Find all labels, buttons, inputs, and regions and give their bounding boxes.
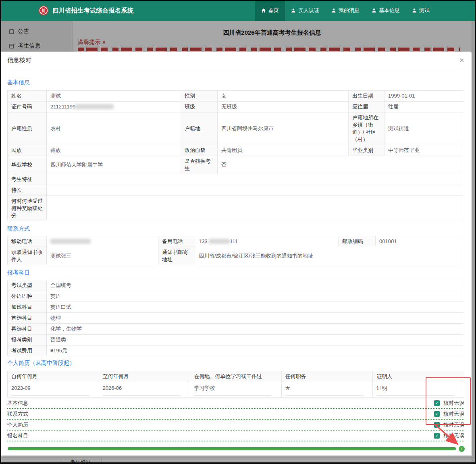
field-label: 证件号码 — [8, 102, 47, 112]
field-label: 外语语种 — [8, 291, 47, 302]
table-row: 加试科目英语口试 — [8, 302, 464, 313]
nav-item-label: 首页 — [268, 7, 279, 14]
backup-phone-prefix: 133. — [199, 238, 209, 244]
verify-section-label: 报名科目 — [7, 432, 28, 439]
verify-check-group: 核对无误 — [434, 432, 464, 439]
window-frame-edge — [0, 0, 476, 1]
modal-title: 信息核对 — [7, 56, 31, 64]
field-label: 考试费用 — [8, 345, 47, 356]
nav-item-my-messages[interactable]: 我的消息 — [325, 0, 366, 21]
field-label: 邮政编码 — [339, 236, 376, 247]
field-value: 女 — [218, 91, 349, 102]
nav-item-label: 实人认证 — [298, 7, 319, 14]
field-value — [47, 196, 464, 221]
table-row: 报考类别普通类 — [8, 335, 464, 345]
close-icon[interactable]: ✕ — [459, 57, 464, 63]
resume-cell: 学习学校 — [190, 382, 282, 398]
field-label: 报考类别 — [8, 335, 47, 345]
user-icon — [372, 8, 376, 13]
verify-check-label: 核对无误 — [443, 421, 464, 429]
field-label: 考试类型 — [8, 280, 47, 291]
resume-value: 学习学校 — [194, 384, 272, 396]
resume-cell: 证明 — [373, 382, 464, 398]
field-value: 否 — [218, 156, 464, 174]
resume-value: 无 — [285, 384, 363, 396]
field-value: ¥195元 — [47, 345, 464, 356]
section-heading-contact: 联系方式 — [7, 225, 464, 233]
svg-text:川: 川 — [41, 8, 46, 13]
field-value — [47, 236, 158, 247]
subjects-table: 考试类型全国统考 外语语种英语 加试科目英语口试 首选科目物理 再选科目化学，生… — [7, 280, 464, 356]
info-check-modal: 信息核对 ✕ 基本信息 姓名 测试 性别 女 出生日期 1999-01-01 证… — [0, 52, 472, 456]
field-label: 是否残疾考生 — [181, 156, 218, 174]
nav-item-test[interactable]: 测试 — [406, 0, 436, 21]
verify-check-label: 核对无误 — [443, 399, 464, 407]
brand: 川 四川省招生考试综合报名系统 — [0, 5, 134, 16]
redacted-mobile-phone — [50, 239, 91, 244]
field-label: 户籍地所在乡镇（街道）/ 社区（村） — [349, 112, 385, 145]
table-row: 再选科目化学，生物学 — [8, 324, 464, 335]
main-nav: 首页 实人认证 我的消息 基本信息 测试 — [255, 0, 436, 21]
modal-header: 信息核对 ✕ — [0, 52, 472, 69]
verify-section-label: 联系方式 — [7, 410, 28, 418]
field-value: 共青团员 — [218, 145, 349, 156]
field-label: 通知书邮寄地址 — [158, 247, 195, 265]
field-value: 1999-01-01 — [385, 91, 464, 102]
progress-bar — [8, 447, 456, 450]
field-label: 政治面貌 — [181, 145, 218, 156]
field-value: 无班级 — [218, 102, 349, 112]
checkbox-checked-icon[interactable] — [434, 422, 440, 428]
redacted-backup-phone — [209, 239, 230, 244]
success-check-icon — [459, 446, 465, 452]
user-icon — [412, 8, 417, 13]
table-row: 考生特征 — [8, 174, 464, 185]
field-label: 户籍性质 — [8, 112, 47, 145]
table-row: 户籍性质 农村 户籍地 四川省阿坝州马尔康市 户籍地所在乡镇（街道）/ 社区（村… — [8, 112, 464, 145]
field-label: 备用电话 — [158, 236, 195, 247]
home-icon — [261, 8, 266, 13]
nav-item-home[interactable]: 首页 — [255, 0, 285, 21]
table-row: 考试类型全国统考 — [8, 280, 464, 291]
field-value: 往届 — [385, 102, 464, 112]
field-value: 四川师范大学附属中学 — [47, 156, 181, 174]
resume-cell: 2026-06 — [99, 382, 190, 398]
field-value: 英语口试 — [47, 302, 464, 313]
window-frame-edge — [0, 462, 476, 464]
field-label: 首选科目 — [8, 313, 47, 324]
checkbox-checked-icon[interactable] — [434, 433, 440, 439]
top-navbar: 川 四川省招生考试综合报名系统 首页 实人认证 我的消息 基本信息 — [0, 0, 476, 21]
table-row: 考试费用¥195元 — [8, 345, 464, 356]
resume-value: 2026-06 — [103, 384, 181, 396]
backup-phone-suffix: 111 — [230, 238, 238, 244]
field-label: 考生特征 — [8, 174, 47, 185]
field-value: 211211199 — [47, 102, 181, 112]
user-icon — [291, 8, 296, 13]
field-value — [47, 174, 464, 185]
field-label: 毕业类别 — [349, 145, 385, 156]
field-value: 133.111 — [195, 236, 339, 247]
checkbox-checked-icon[interactable] — [434, 400, 440, 406]
table-row: 民族 藏族 政治面貌 共青团员 毕业类别 中等师范毕业 — [8, 145, 464, 156]
verify-check-group: 核对无误 — [434, 421, 464, 429]
app-window: 川 四川省招生考试综合报名系统 首页 实人认证 我的消息 基本信息 — [0, 0, 476, 464]
user-icon — [331, 8, 336, 13]
table-row: 证件号码 211211199 班级 无班级 应往届 往届 — [8, 102, 464, 112]
field-value: 测试张三 — [47, 247, 158, 265]
table-header-row: 自何年何月 至何年何月 在何地、何单位学习或工作过 任何职务 证明人 — [8, 371, 464, 382]
section-heading-subjects: 报考科目 — [7, 269, 464, 277]
field-label: 加试科目 — [8, 302, 47, 313]
table-row: 外语语种英语 — [8, 291, 464, 302]
field-label: 移动电话 — [8, 236, 47, 247]
section-heading-basic-info: 基本信息 — [7, 79, 464, 86]
resume-value: 2023-09 — [11, 384, 89, 396]
resume-cell: 无 — [281, 382, 373, 398]
verify-check-group: 核对无误 — [434, 410, 464, 418]
nav-item-real-person-auth[interactable]: 实人认证 — [285, 0, 325, 21]
nav-item-basic-info[interactable]: 基本信息 — [366, 0, 406, 21]
field-value: 农村 — [47, 112, 181, 145]
modal-body: 基本信息 姓名 测试 性别 女 出生日期 1999-01-01 证件号码 211… — [0, 79, 472, 452]
app-title: 四川省招生考试综合报名系统 — [52, 7, 134, 15]
field-label: 应往届 — [349, 102, 385, 112]
checkbox-checked-icon[interactable] — [434, 411, 440, 417]
field-value: 四川省阿坝州马尔康市 — [218, 112, 349, 145]
